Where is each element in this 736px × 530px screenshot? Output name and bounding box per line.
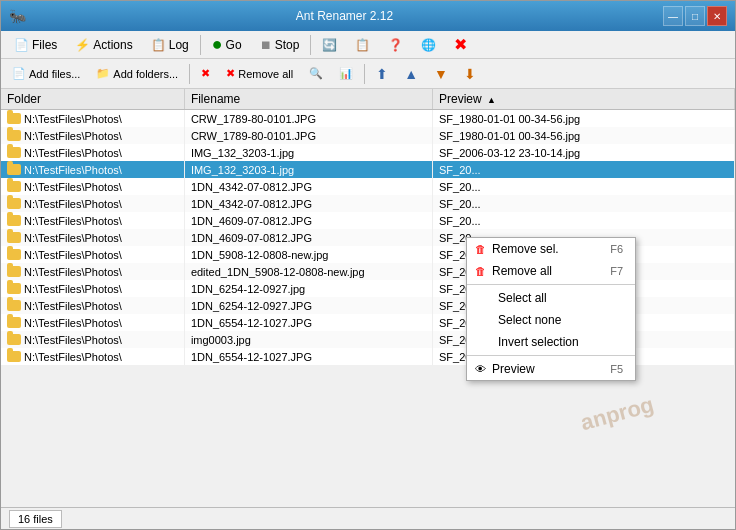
ctx-select-none-label: Select none	[498, 313, 561, 327]
cell-preview: SF_20...	[432, 161, 734, 178]
cell-folder: N:\TestFiles\Photos\	[1, 280, 184, 297]
ctx-separator-1	[467, 284, 635, 285]
cell-filename: CRW_1789-80-0101.JPG	[184, 127, 432, 144]
menu-go-label: Go	[226, 38, 242, 52]
menu-stop[interactable]: ⏹ Stop	[251, 34, 309, 56]
cell-folder: N:\TestFiles\Photos\	[1, 229, 184, 246]
minimize-button[interactable]: —	[663, 6, 683, 26]
menu-actions[interactable]: ⚡ Actions	[66, 34, 141, 56]
status-bar: 16 files	[1, 507, 735, 529]
toolbar: 📄 Add files... 📁 Add folders... ✖ ✖ Remo…	[1, 59, 735, 89]
ctx-preview-icon: 👁	[475, 363, 486, 375]
menu-btn3[interactable]: ❓	[379, 34, 412, 56]
cell-folder: N:\TestFiles\Photos\	[1, 297, 184, 314]
close-button[interactable]: ✕	[707, 6, 727, 26]
exit-icon: ✖	[454, 35, 467, 54]
folder-icon	[7, 164, 21, 175]
sort-button[interactable]: 📊	[332, 64, 360, 83]
folder-icon	[7, 334, 21, 345]
table-row[interactable]: N:\TestFiles\Photos\CRW_1789-80-0101.JPG…	[1, 110, 735, 128]
folder-icon	[7, 317, 21, 328]
ctx-remove-sel[interactable]: 🗑 Remove sel. F6	[467, 238, 635, 260]
folder-icon	[7, 266, 21, 277]
menu-log-label: Log	[169, 38, 189, 52]
window-title: Ant Renamer 2.12	[26, 9, 663, 23]
ctx-invert-sel[interactable]: Invert selection	[467, 331, 635, 353]
cell-folder: N:\TestFiles\Photos\	[1, 348, 184, 365]
table-row[interactable]: N:\TestFiles\Photos\CRW_1789-80-0101.JPG…	[1, 127, 735, 144]
ctx-invert-sel-label: Invert selection	[498, 335, 579, 349]
folder-icon	[7, 130, 21, 141]
folder-icon	[7, 232, 21, 243]
ctx-separator-2	[467, 355, 635, 356]
menu-separator-1	[200, 35, 201, 55]
menu-go[interactable]: ● Go	[203, 30, 251, 59]
info-icon: ❓	[388, 38, 403, 52]
files-icon: 📄	[14, 38, 29, 52]
col-preview-label: Preview	[439, 92, 482, 106]
menu-files[interactable]: 📄 Files	[5, 34, 66, 56]
move-top-button[interactable]: ⬆	[369, 63, 395, 85]
sort-icon: 📊	[339, 67, 353, 80]
title-bar: 🐜 Ant Renamer 2.12 — □ ✕	[1, 1, 735, 31]
menu-refresh[interactable]: 🔄	[313, 34, 346, 56]
app-icon: 🐜	[9, 8, 26, 24]
ctx-select-all[interactable]: Select all	[467, 287, 635, 309]
col-folder-label: Folder	[7, 92, 41, 106]
ctx-remove-sel-label: Remove sel.	[492, 242, 559, 256]
menu-exit[interactable]: ✖	[445, 31, 476, 58]
cell-filename: edited_1DN_5908-12-0808-new.jpg	[184, 263, 432, 280]
cell-folder: N:\TestFiles\Photos\	[1, 314, 184, 331]
maximize-button[interactable]: □	[685, 6, 705, 26]
filter-button[interactable]: 🔍	[302, 64, 330, 83]
cell-filename: 1DN_4609-07-0812.JPG	[184, 229, 432, 246]
menu-stop-label: Stop	[275, 38, 300, 52]
table-row[interactable]: N:\TestFiles\Photos\IMG_132_3203-1.jpgSF…	[1, 161, 735, 178]
add-files-button[interactable]: 📄 Add files...	[5, 64, 87, 83]
menu-actions-label: Actions	[93, 38, 132, 52]
ctx-remove-all[interactable]: 🗑 Remove all F7	[467, 260, 635, 282]
stop-icon: ⏹	[260, 38, 272, 52]
cell-preview: SF_1980-01-01 00-34-56.jpg	[432, 110, 734, 128]
cell-preview: SF_20...	[432, 178, 734, 195]
menu-btn2[interactable]: 📋	[346, 34, 379, 56]
cell-filename: 1DN_4609-07-0812.JPG	[184, 212, 432, 229]
cell-folder: N:\TestFiles\Photos\	[1, 127, 184, 144]
ctx-preview[interactable]: 👁 Preview F5	[467, 358, 635, 380]
menu-files-label: Files	[32, 38, 57, 52]
folder-icon	[7, 249, 21, 260]
move-up-button[interactable]: ▲	[397, 63, 425, 85]
menu-log[interactable]: 📋 Log	[142, 34, 198, 56]
cell-folder: N:\TestFiles\Photos\	[1, 331, 184, 348]
add-folders-button[interactable]: 📁 Add folders...	[89, 64, 185, 83]
cell-preview: SF_1980-01-01 00-34-56.jpg	[432, 127, 734, 144]
table-row[interactable]: N:\TestFiles\Photos\1DN_4342-07-0812.JPG…	[1, 195, 735, 212]
window-controls: — □ ✕	[663, 6, 727, 26]
toolbar-sep-1	[189, 64, 190, 84]
col-header-preview[interactable]: Preview ▲	[432, 89, 734, 110]
ctx-remove-all-key: F7	[610, 265, 623, 277]
table-row[interactable]: N:\TestFiles\Photos\1DN_4342-07-0812.JPG…	[1, 178, 735, 195]
copy-icon: 📋	[355, 38, 370, 52]
move-down-button[interactable]: ▼	[427, 63, 455, 85]
cell-filename: 1DN_4342-07-0812.JPG	[184, 178, 432, 195]
table-row[interactable]: N:\TestFiles\Photos\IMG_132_3203-1.jpgSF…	[1, 144, 735, 161]
col-header-folder[interactable]: Folder	[1, 89, 184, 110]
remove-all-button[interactable]: ✖ Remove all	[219, 64, 300, 83]
folder-icon	[7, 351, 21, 362]
cell-folder: N:\TestFiles\Photos\	[1, 161, 184, 178]
remove-sel-button[interactable]: ✖	[194, 64, 217, 83]
cell-folder: N:\TestFiles\Photos\	[1, 246, 184, 263]
menu-btn4[interactable]: 🌐	[412, 34, 445, 56]
move-bottom-icon: ⬇	[464, 66, 476, 82]
log-icon: 📋	[151, 38, 166, 52]
col-header-filename[interactable]: Filename	[184, 89, 432, 110]
table-row[interactable]: N:\TestFiles\Photos\1DN_4609-07-0812.JPG…	[1, 212, 735, 229]
ctx-remove-all-icon: 🗑	[475, 265, 486, 277]
move-bottom-button[interactable]: ⬇	[457, 63, 483, 85]
ctx-preview-key: F5	[610, 363, 623, 375]
add-files-icon: 📄	[12, 67, 26, 80]
cell-filename: IMG_132_3203-1.jpg	[184, 161, 432, 178]
ctx-select-none[interactable]: Select none	[467, 309, 635, 331]
folder-icon	[7, 215, 21, 226]
